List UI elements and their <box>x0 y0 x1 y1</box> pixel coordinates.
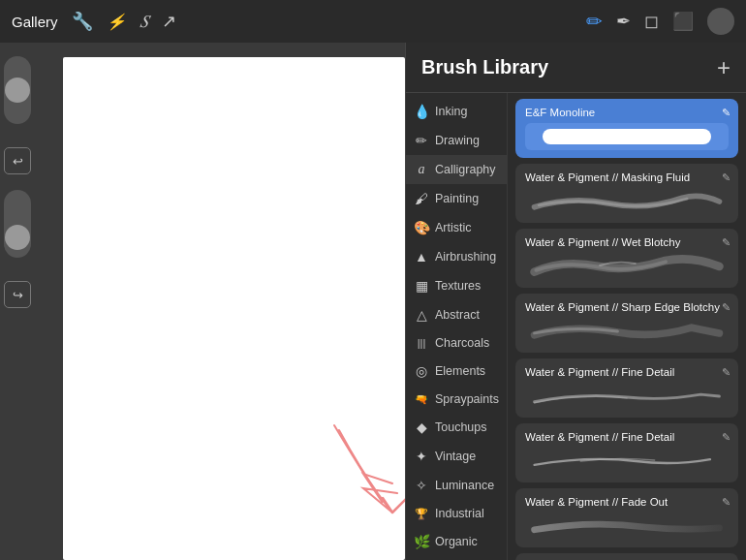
category-abstract[interactable]: △ Abstract <box>406 300 507 329</box>
brush-list: E&F Monoline ✎ Water & Pigment // Maskin… <box>508 93 746 560</box>
spraypaints-label: Spraypaints <box>435 392 499 406</box>
brush-ef-monoline[interactable]: E&F Monoline ✎ <box>515 99 738 158</box>
luminance-label: Luminance <box>435 479 494 492</box>
category-industrial[interactable]: 🏆 Industrial <box>406 500 507 527</box>
touchups-icon: ◆ <box>414 420 429 435</box>
category-textures[interactable]: ▦ Textures <box>406 271 507 300</box>
brush-fine-detail-1[interactable]: Water & Pigment // Fine Detail ✎ <box>515 358 738 418</box>
edit-icon: ✎ <box>722 496 730 509</box>
brush-library-panel: Brush Library + 💧 Inking ✏ Drawing a Cal… <box>405 43 746 560</box>
left-tools: ↩ ↪ <box>0 43 35 560</box>
category-elements[interactable]: ◎ Elements <box>406 357 507 386</box>
main-content: ↩ ↪ Brush Library + 💧 <box>0 43 746 560</box>
brush-fine-detail-1-name: Water & Pigment // Fine Detail <box>525 366 729 378</box>
brush-sharp-edge-name: Water & Pigment // Sharp Edge Blotchy <box>525 301 729 313</box>
pen-tool-icon[interactable]: ✒ <box>616 11 631 32</box>
opacity-slider[interactable] <box>4 190 31 258</box>
vintage-icon: ✦ <box>414 449 429 464</box>
brush-ef-monoline-name: E&F Monoline <box>525 107 729 118</box>
pencil-tool-icon[interactable]: ✏ <box>586 10 603 33</box>
category-touchups[interactable]: ◆ Touchups <box>406 413 507 442</box>
share-icon[interactable]: ↗ <box>162 11 176 32</box>
category-drawing[interactable]: ✏ Drawing <box>406 126 507 155</box>
top-bar-right: ✏ ✒ ◻ ⬛ <box>586 8 734 35</box>
category-luminance[interactable]: ✧ Luminance <box>406 471 507 500</box>
drawing-icon: ✏ <box>414 133 429 148</box>
adjust-icon[interactable]: ⚡ <box>107 13 126 31</box>
category-vintage[interactable]: ✦ Vintage <box>406 442 507 471</box>
brush-sharp-edge-stroke <box>525 318 729 345</box>
inking-label: Inking <box>435 105 467 118</box>
wrench-icon[interactable]: 🔧 <box>72 11 93 32</box>
industrial-label: Industrial <box>435 507 484 520</box>
airbrushing-label: Airbrushing <box>435 250 496 264</box>
script-icon[interactable]: 𝑆 <box>140 12 148 32</box>
brush-masking-fluid-stroke <box>525 188 729 215</box>
canvas-area: ↩ ↪ <box>0 43 405 560</box>
redo-button[interactable]: ↪ <box>4 281 31 308</box>
category-calligraphy[interactable]: a Calligraphy <box>406 155 507 184</box>
add-brush-button[interactable]: + <box>717 56 730 79</box>
brush-fade-out-name: Water & Pigment // Fade Out <box>525 496 729 508</box>
category-painting[interactable]: 🖌 Painting <box>406 184 507 213</box>
calligraphy-label: Calligraphy <box>435 163 496 176</box>
luminance-icon: ✧ <box>414 478 429 493</box>
artistic-icon: 🎨 <box>414 220 429 235</box>
airbrushing-icon: ▲ <box>414 249 429 264</box>
edit-icon: ✎ <box>722 236 730 249</box>
textures-label: Textures <box>435 279 481 293</box>
canvas-strokes <box>63 57 405 560</box>
touchups-label: Touchups <box>435 420 487 434</box>
edit-icon: ✎ <box>722 171 730 184</box>
drawing-canvas[interactable] <box>63 57 405 560</box>
layers-icon[interactable]: ⬛ <box>672 11 694 32</box>
industrial-icon: 🏆 <box>414 508 429 520</box>
charcoals-label: Charcoals <box>435 336 489 350</box>
category-airbrushing[interactable]: ▲ Airbrushing <box>406 242 507 271</box>
edit-icon: ✎ <box>722 431 730 444</box>
abstract-icon: △ <box>414 307 429 323</box>
organic-icon: 🌿 <box>414 534 429 549</box>
edit-icon: ✎ <box>722 366 730 379</box>
avatar[interactable] <box>707 8 734 35</box>
edit-icon: ✎ <box>722 107 730 119</box>
elements-label: Elements <box>435 364 485 378</box>
brush-fade-out[interactable]: Water & Pigment // Fade Out <box>515 488 738 547</box>
brush-fine-detail-2-name: Water & Pigment // Fine Detail <box>525 431 729 443</box>
painting-icon: 🖌 <box>414 191 429 206</box>
top-bar-left: Gallery 🔧 ⚡ 𝑆 ↗ <box>12 11 176 32</box>
category-artistic[interactable]: 🎨 Artistic <box>406 213 507 242</box>
charcoals-icon: ||| <box>414 337 429 349</box>
brush-ef-monoline-stroke <box>525 123 729 150</box>
brush-fine-detail-2[interactable]: Water & Pigment // Fine Detail ✎ <box>515 423 738 482</box>
brush-sharp-edge[interactable]: Water & Pigment // Sharp Edge Blotchy ✎ <box>515 294 738 353</box>
textures-icon: ▦ <box>414 278 429 294</box>
vintage-label: Vintage <box>435 450 476 463</box>
brush-library-title: Brush Library <box>421 56 548 78</box>
top-bar: Gallery 🔧 ⚡ 𝑆 ↗ ✏ ✒ ◻ ⬛ <box>0 0 746 43</box>
brush-size-slider[interactable] <box>4 56 31 124</box>
eraser-tool-icon[interactable]: ◻ <box>644 11 659 32</box>
category-list: 💧 Inking ✏ Drawing a Calligraphy 🖌 Paint… <box>406 93 508 560</box>
undo-button[interactable]: ↩ <box>4 147 31 174</box>
category-water[interactable]: 〰 Water <box>406 556 507 560</box>
brush-wet-blotchy[interactable]: Water & Pigment // Wet Blotchy ✎ <box>515 229 738 288</box>
gallery-button[interactable]: Gallery <box>12 14 58 30</box>
brush-masking-fluid-name: Water & Pigment // Masking Fluid <box>525 171 729 183</box>
brush-library-header: Brush Library + <box>406 43 746 93</box>
category-inking[interactable]: 💧 Inking <box>406 97 507 126</box>
abstract-label: Abstract <box>435 308 480 322</box>
brush-even-wash[interactable]: Water & Pigment // Even Wash ✎ <box>515 553 738 560</box>
brush-masking-fluid[interactable]: Water & Pigment // Masking Fluid ✎ <box>515 164 738 223</box>
organic-label: Organic <box>435 535 478 548</box>
spraypaints-icon: 🔫 <box>414 393 429 406</box>
brush-wet-blotchy-name: Water & Pigment // Wet Blotchy <box>525 236 729 248</box>
brush-body: 💧 Inking ✏ Drawing a Calligraphy 🖌 Paint… <box>406 93 746 560</box>
category-spraypaints[interactable]: 🔫 Spraypaints <box>406 386 507 413</box>
brush-fade-out-stroke <box>525 513 729 540</box>
category-organic[interactable]: 🌿 Organic <box>406 527 507 556</box>
painting-label: Painting <box>435 192 479 205</box>
edit-icon: ✎ <box>722 301 730 314</box>
brush-fine-detail-1-stroke <box>525 383 729 410</box>
category-charcoals[interactable]: ||| Charcoals <box>406 329 507 357</box>
